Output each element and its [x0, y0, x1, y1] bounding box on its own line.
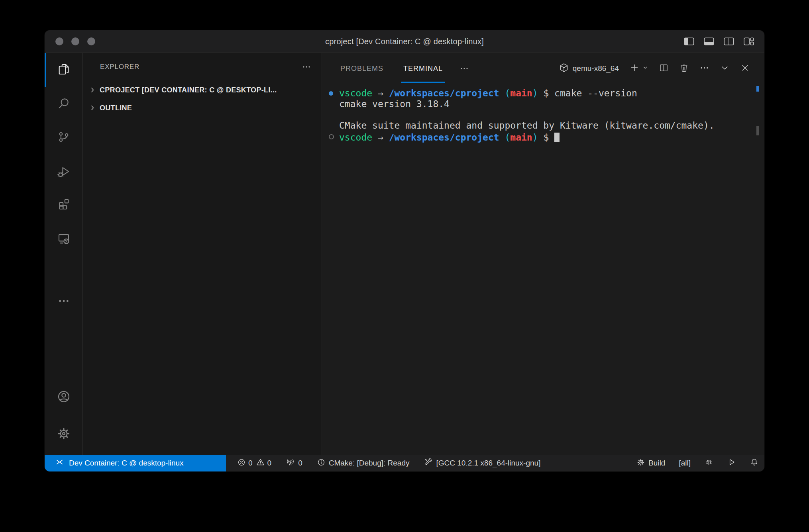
ports-status[interactable]: 0	[286, 458, 302, 469]
terminal-launch-dropdown-icon[interactable]	[642, 65, 648, 72]
terminal-more-actions-icon[interactable]	[699, 63, 709, 74]
cmake-debug-button[interactable]	[704, 458, 713, 469]
kit-text: [GCC 10.2.1 x86_64-linux-gnu]	[436, 459, 541, 467]
tab-terminal[interactable]: TERMINAL	[403, 53, 444, 84]
terminal-text-segment: vscode	[339, 132, 372, 143]
terminal-line: vscode → /workspaces/cproject (main) $ c…	[339, 88, 764, 99]
workspace-section-label: CPROJECT [DEV CONTAINER: C @ DESKTOP-LI.…	[100, 86, 277, 94]
problems-status[interactable]: 0 0	[237, 458, 271, 469]
remote-explorer-icon	[57, 232, 71, 247]
terminal-cursor	[554, 133, 560, 142]
remote-icon	[55, 458, 64, 469]
build-target[interactable]: [all]	[679, 459, 691, 467]
toggle-primary-sidebar-icon[interactable]	[684, 37, 694, 45]
ellipsis-icon	[57, 295, 70, 309]
toggle-panel-icon[interactable]	[704, 37, 714, 45]
terminal-text-segment: main	[510, 88, 532, 98]
bell-icon	[750, 458, 759, 469]
terminal-content[interactable]: vscode → /workspaces/cproject (main) $ c…	[322, 84, 764, 455]
cmake-status-text: CMake: [Debug]: Ready	[329, 459, 410, 467]
terminal-profile-name: qemu-x86_64	[573, 64, 619, 73]
hide-panel-chevron-icon[interactable]	[720, 63, 730, 74]
terminal-line: CMake suite maintained and supported by …	[339, 120, 764, 131]
scrollbar-command-mark	[756, 86, 759, 92]
run-and-debug-icon	[57, 165, 71, 180]
build-target-text: [all]	[679, 459, 691, 467]
sidebar-item-explorer[interactable]	[45, 57, 82, 83]
terminal-line	[339, 110, 764, 120]
activity-bar	[45, 53, 83, 455]
terminal-text-segment: cmake version 3.18.4	[339, 99, 450, 109]
notifications-button[interactable]	[750, 458, 759, 469]
settings-button[interactable]	[45, 422, 82, 447]
split-terminal-icon[interactable]	[659, 63, 669, 74]
customize-layout-icon[interactable]	[744, 37, 754, 45]
info-icon	[317, 458, 326, 469]
status-bar: Dev Container: C @ desktop-linux 0	[45, 455, 764, 471]
terminal-line: vscode → /workspaces/cproject (main) $	[339, 131, 764, 143]
chevron-right-icon	[88, 86, 97, 94]
terminal-line: cmake version 3.18.4	[339, 99, 764, 110]
sidebar-item-remote-explorer[interactable]	[45, 227, 82, 252]
build-label: Build	[648, 459, 665, 467]
terminal-text-segment: CMake suite maintained and supported by …	[339, 120, 715, 131]
terminal-text-segment: →	[372, 132, 389, 143]
bug-icon	[704, 458, 713, 469]
sidebar-item-search[interactable]	[45, 91, 82, 117]
terminal-text-segment: (	[505, 132, 510, 143]
new-terminal-icon[interactable]	[629, 63, 640, 74]
search-icon	[57, 96, 71, 111]
tab-problems[interactable]: PROBLEMS	[340, 53, 384, 84]
terminal-profile-cube-icon	[559, 63, 569, 74]
close-panel-icon[interactable]	[740, 63, 750, 74]
kill-terminal-trash-icon[interactable]	[679, 63, 689, 74]
explorer-sidebar: EXPLORER CPROJECT [DEV CONTAINER: C @ DE…	[83, 53, 322, 455]
traffic-lights	[55, 37, 95, 45]
terminal-text-segment	[499, 88, 505, 98]
explorer-section-outline[interactable]: OUTLINE	[83, 99, 322, 117]
terminal-text-segment: (	[505, 88, 510, 98]
close-window-button[interactable]	[55, 37, 63, 45]
terminal-text-segment: /workspaces/cproject	[389, 132, 499, 143]
tools-icon	[424, 458, 433, 469]
remote-indicator[interactable]: Dev Container: C @ desktop-linux	[45, 455, 226, 471]
panel-more-tabs-icon[interactable]	[459, 53, 469, 84]
terminal-text-segment: main	[510, 132, 532, 143]
cmake-kit[interactable]: [GCC 10.2.1 x86_64-linux-gnu]	[424, 458, 541, 469]
explorer-section-workspace[interactable]: CPROJECT [DEV CONTAINER: C @ DESKTOP-LI.…	[83, 81, 322, 99]
prompt-decoration-icon	[329, 134, 334, 139]
zoom-window-button[interactable]	[87, 37, 95, 45]
error-count: 0	[248, 459, 253, 467]
ports-count: 0	[298, 459, 302, 467]
title-bar: cproject [Dev Container: C @ desktop-lin…	[45, 30, 764, 53]
terminal-scrollbar-thumb[interactable]	[756, 126, 759, 135]
terminal-profile[interactable]: qemu-x86_64	[559, 63, 619, 74]
additional-views-button[interactable]	[45, 289, 82, 315]
minimize-window-button[interactable]	[71, 37, 79, 45]
terminal-text-segment: )	[532, 88, 538, 98]
explorer-more-actions-icon[interactable]	[302, 62, 311, 72]
command-decoration-icon	[329, 91, 333, 96]
sidebar-item-extensions[interactable]	[45, 192, 82, 217]
sidebar-item-run-debug[interactable]	[45, 160, 82, 186]
cmake-build-button[interactable]: Build	[636, 458, 665, 469]
terminal-text-segment: )	[532, 132, 538, 143]
outline-section-label: OUTLINE	[100, 104, 132, 112]
panel-header: PROBLEMS TERMINAL	[322, 53, 764, 84]
extensions-icon	[57, 197, 71, 212]
sidebar-title: EXPLORER	[100, 63, 139, 71]
chevron-right-icon	[88, 104, 97, 112]
gear-icon	[57, 426, 71, 442]
terminal-text-segment: vscode	[339, 88, 372, 98]
toggle-secondary-sidebar-icon[interactable]	[724, 37, 734, 45]
accounts-button[interactable]	[45, 385, 82, 410]
terminal-text-segment: $	[538, 132, 555, 143]
cmake-launch-button[interactable]	[727, 458, 736, 469]
warning-count: 0	[267, 459, 272, 467]
gear-icon	[636, 458, 645, 469]
terminal-text-segment	[499, 132, 505, 143]
sidebar-item-source-control[interactable]	[45, 125, 82, 151]
source-control-icon	[57, 130, 71, 145]
cmake-status[interactable]: CMake: [Debug]: Ready	[317, 458, 410, 469]
terminal-text-segment: $ cmake --version	[538, 88, 637, 98]
